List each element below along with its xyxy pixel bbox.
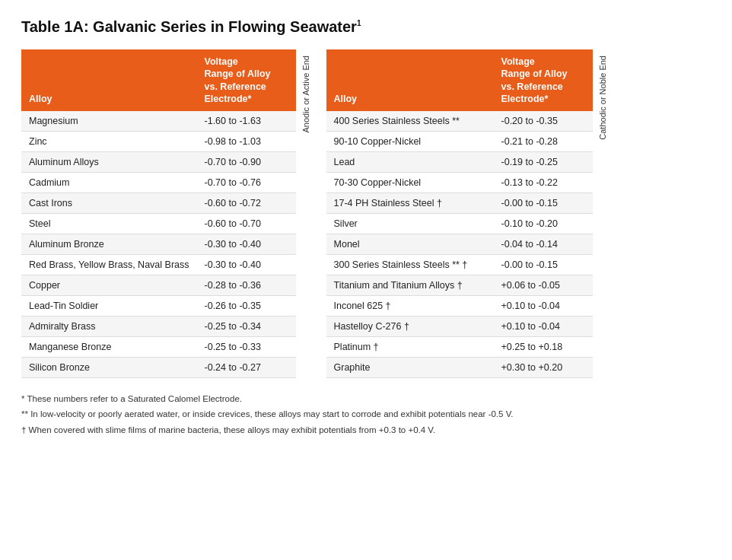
alloy-cell: Lead-Tin Soldier (21, 296, 197, 317)
table-row: Aluminum Bronze -0.30 to -0.40 (21, 234, 296, 255)
voltage-cell: -0.25 to -0.33 (197, 337, 296, 358)
table-row: Steel -0.60 to -0.70 (21, 214, 296, 234)
tables-wrapper: Alloy VoltageRange of Alloyvs. Reference… (21, 49, 711, 378)
alloy-cell: 300 Series Stainless Steels ** † (326, 255, 494, 275)
table-row: 300 Series Stainless Steels ** † -0.00 t… (326, 255, 593, 275)
voltage-cell: -0.19 to -0.25 (494, 152, 593, 173)
table-row: Graphite +0.30 to +0.20 (326, 358, 593, 378)
alloy-cell: Magnesium (21, 111, 197, 132)
alloy-cell: Platinum † (326, 337, 494, 358)
voltage-cell: -0.21 to -0.28 (494, 132, 593, 152)
voltage-cell: -0.20 to -0.35 (494, 111, 593, 132)
table-row: Magnesium -1.60 to -1.63 (21, 111, 296, 132)
voltage-cell: -0.98 to -1.03 (197, 132, 296, 152)
alloy-cell: Aluminum Alloys (21, 152, 197, 173)
voltage-cell: +0.06 to -0.05 (494, 275, 593, 296)
alloy-cell: 400 Series Stainless Steels ** (326, 111, 494, 132)
right-table-section: Alloy VoltageRange of Alloyvs. Reference… (326, 49, 613, 378)
table-row: Admiralty Brass -0.25 to -0.34 (21, 317, 296, 337)
alloy-cell: Silver (326, 214, 494, 234)
alloy-cell: Cadmium (21, 173, 197, 193)
anodic-label-container: Anodic or Active End (296, 49, 316, 378)
left-table-body: Magnesium -1.60 to -1.63 Zinc -0.98 to -… (21, 111, 296, 378)
table-row: Lead -0.19 to -0.25 (326, 152, 593, 173)
table-row: Silicon Bronze -0.24 to -0.27 (21, 358, 296, 378)
footnote-star: * These numbers refer to a Saturated Cal… (21, 392, 711, 406)
anodic-label: Anodic or Active End (299, 49, 313, 139)
right-table-body: 400 Series Stainless Steels ** -0.20 to … (326, 111, 593, 378)
cathodic-label: Cathodic or Noble End (596, 49, 609, 146)
alloy-cell: Admiralty Brass (21, 317, 197, 337)
table-row: Lead-Tin Soldier -0.26 to -0.35 (21, 296, 296, 317)
voltage-cell: +0.25 to +0.18 (494, 337, 593, 358)
left-col-alloy-header: Alloy (21, 49, 197, 111)
voltage-cell: -0.28 to -0.36 (197, 275, 296, 296)
table-row: 400 Series Stainless Steels ** -0.20 to … (326, 111, 593, 132)
alloy-cell: Manganese Bronze (21, 337, 197, 358)
alloy-cell: Hastelloy C-276 † (326, 317, 494, 337)
right-col-voltage-header: VoltageRange of Alloyvs. ReferenceElectr… (494, 49, 593, 111)
voltage-cell: +0.10 to -0.04 (494, 296, 593, 317)
left-table-section: Alloy VoltageRange of Alloyvs. Reference… (21, 49, 316, 378)
voltage-cell: -0.26 to -0.35 (197, 296, 296, 317)
voltage-cell: -0.30 to -0.40 (197, 255, 296, 275)
voltage-cell: -0.70 to -0.90 (197, 152, 296, 173)
table-row: Manganese Bronze -0.25 to -0.33 (21, 337, 296, 358)
table-row: 17-4 PH Stainless Steel † -0.00 to -0.15 (326, 193, 593, 214)
page-title: Table 1A: Galvanic Series in Flowing Sea… (21, 18, 711, 36)
alloy-cell: 90-10 Copper-Nickel (326, 132, 494, 152)
footnotes-section: * These numbers refer to a Saturated Cal… (21, 392, 711, 437)
table-row: Zinc -0.98 to -1.03 (21, 132, 296, 152)
table-row: 70-30 Copper-Nickel -0.13 to -0.22 (326, 173, 593, 193)
alloy-cell: Zinc (21, 132, 197, 152)
voltage-cell: -0.24 to -0.27 (197, 358, 296, 378)
table-row: Platinum † +0.25 to +0.18 (326, 337, 593, 358)
table-row: Silver -0.10 to -0.20 (326, 214, 593, 234)
alloy-cell: Silicon Bronze (21, 358, 197, 378)
alloy-cell: Monel (326, 234, 494, 255)
table-row: Hastelloy C-276 † +0.10 to -0.04 (326, 317, 593, 337)
alloy-cell: Graphite (326, 358, 494, 378)
alloy-cell: Aluminum Bronze (21, 234, 197, 255)
left-col-voltage-header: VoltageRange of Alloyvs. ReferenceElectr… (197, 49, 296, 111)
voltage-cell: -0.10 to -0.20 (494, 214, 593, 234)
voltage-cell: -0.60 to -0.70 (197, 214, 296, 234)
voltage-cell: +0.30 to +0.20 (494, 358, 593, 378)
table-row: Inconel 625 † +0.10 to -0.04 (326, 296, 593, 317)
table-row: Titanium and Titanium Alloys † +0.06 to … (326, 275, 593, 296)
voltage-cell: -0.70 to -0.76 (197, 173, 296, 193)
table-row: Aluminum Alloys -0.70 to -0.90 (21, 152, 296, 173)
alloy-cell: Steel (21, 214, 197, 234)
right-table: Alloy VoltageRange of Alloyvs. Reference… (326, 49, 593, 378)
alloy-cell: Cast Irons (21, 193, 197, 214)
alloy-cell: Lead (326, 152, 494, 173)
table-row: Copper -0.28 to -0.36 (21, 275, 296, 296)
voltage-cell: -0.00 to -0.15 (494, 193, 593, 214)
table-row: Cast Irons -0.60 to -0.72 (21, 193, 296, 214)
voltage-cell: -0.13 to -0.22 (494, 173, 593, 193)
left-table: Alloy VoltageRange of Alloyvs. Reference… (21, 49, 296, 378)
alloy-cell: Titanium and Titanium Alloys † (326, 275, 494, 296)
footnote-double-star: ** In low-velocity or poorly aerated wat… (21, 407, 711, 421)
voltage-cell: +0.10 to -0.04 (494, 317, 593, 337)
voltage-cell: -0.04 to -0.14 (494, 234, 593, 255)
voltage-cell: -0.60 to -0.72 (197, 193, 296, 214)
right-col-alloy-header: Alloy (326, 49, 494, 111)
cathodic-label-container: Cathodic or Noble End (593, 49, 613, 378)
voltage-cell: -0.25 to -0.34 (197, 317, 296, 337)
alloy-cell: 70-30 Copper-Nickel (326, 173, 494, 193)
table-row: 90-10 Copper-Nickel -0.21 to -0.28 (326, 132, 593, 152)
footnote-dagger: † When covered with slime films of marin… (21, 423, 711, 437)
alloy-cell: Inconel 625 † (326, 296, 494, 317)
alloy-cell: Copper (21, 275, 197, 296)
voltage-cell: -1.60 to -1.63 (197, 111, 296, 132)
alloy-cell: Red Brass, Yellow Brass, Naval Brass (21, 255, 197, 275)
table-row: Red Brass, Yellow Brass, Naval Brass -0.… (21, 255, 296, 275)
table-row: Monel -0.04 to -0.14 (326, 234, 593, 255)
table-row: Cadmium -0.70 to -0.76 (21, 173, 296, 193)
voltage-cell: -0.30 to -0.40 (197, 234, 296, 255)
alloy-cell: 17-4 PH Stainless Steel † (326, 193, 494, 214)
voltage-cell: -0.00 to -0.15 (494, 255, 593, 275)
